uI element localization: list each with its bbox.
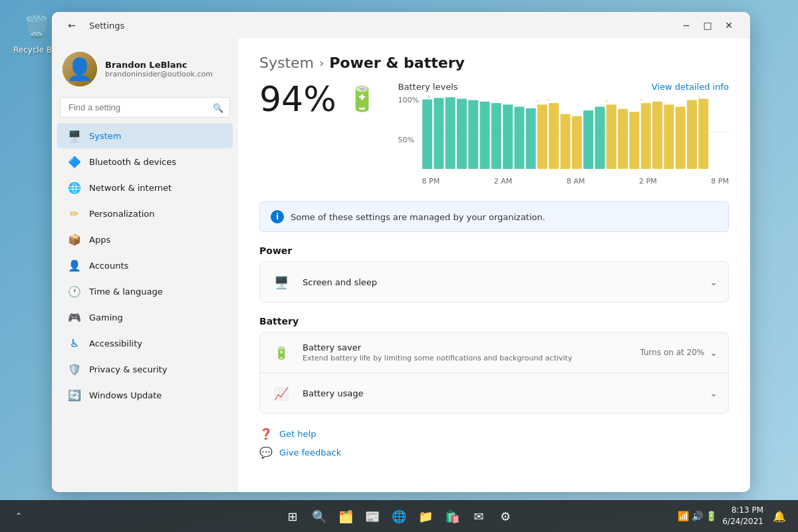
main-panel: System › Power & battery 94% 🔋 bbox=[238, 39, 750, 492]
battery-saver-subtitle: Extend battery life by limiting some not… bbox=[303, 354, 629, 362]
svg-rect-25 bbox=[698, 98, 708, 169]
taskbar-time: 8:13 PM bbox=[722, 505, 763, 516]
sidebar-item-accounts[interactable]: 👤 Accounts bbox=[57, 253, 233, 278]
search-button[interactable]: 🔍 bbox=[309, 505, 330, 527]
recycle-bin-icon: 🗑️ bbox=[21, 11, 53, 43]
svg-rect-23 bbox=[675, 107, 685, 170]
screen-sleep-item[interactable]: 🖥️ Screen and sleep ⌄ bbox=[260, 262, 728, 302]
close-button[interactable]: ✕ bbox=[718, 15, 739, 36]
avatar-image bbox=[63, 52, 97, 86]
get-help-link[interactable]: ❓ Get help bbox=[259, 427, 729, 440]
svg-text:⚡: ⚡ bbox=[546, 97, 550, 103]
svg-rect-8 bbox=[503, 104, 513, 169]
svg-rect-6 bbox=[479, 102, 489, 169]
svg-text:⚡: ⚡ bbox=[697, 96, 701, 99]
search-icon: 🔍 bbox=[213, 102, 223, 112]
svg-rect-2 bbox=[434, 98, 444, 169]
breadcrumb-system: System bbox=[259, 55, 314, 71]
task-view-icon: 🗂️ bbox=[338, 509, 353, 523]
give-feedback-label: Give feedback bbox=[279, 448, 341, 458]
task-view-button[interactable]: 🗂️ bbox=[335, 505, 356, 527]
user-name: Brandon LeBlanc bbox=[105, 60, 227, 70]
svg-rect-9 bbox=[514, 107, 524, 170]
svg-rect-18 bbox=[618, 109, 628, 169]
chart-x-label-3: 2 PM bbox=[639, 177, 657, 186]
battery-usage-item[interactable]: 📈 Battery usage ⌄ bbox=[260, 373, 728, 413]
sidebar-item-system[interactable]: 🖥️ System bbox=[57, 123, 233, 148]
info-banner: i Some of these settings are managed by … bbox=[259, 201, 729, 232]
maximize-button[interactable]: □ bbox=[697, 15, 718, 36]
give-feedback-link[interactable]: 💬 Give feedback bbox=[259, 446, 729, 459]
sidebar-item-network[interactable]: 🌐 Network & internet bbox=[57, 175, 233, 200]
svg-rect-5 bbox=[468, 100, 478, 169]
store-button[interactable]: 🛍️ bbox=[442, 505, 463, 527]
start-button[interactable]: ⊞ bbox=[282, 505, 303, 527]
svg-rect-13 bbox=[560, 114, 570, 170]
window-title: Settings bbox=[89, 21, 124, 31]
user-email: brandoninsider@outlook.com bbox=[105, 70, 227, 78]
taskbar-left: ⌃ bbox=[8, 505, 29, 527]
battery-percent-area: 94% 🔋 bbox=[259, 82, 377, 116]
widgets-button[interactable]: 📰 bbox=[362, 505, 383, 527]
battery-usage-title: Battery usage bbox=[303, 388, 699, 398]
battery-saver-right: Turns on at 20% ⌄ bbox=[640, 347, 718, 358]
battery-chart-container: Battery levels View detailed info 100% 5… bbox=[398, 82, 729, 186]
edge-icon: 🌐 bbox=[392, 509, 406, 523]
user-profile[interactable]: Brandon LeBlanc brandoninsider@outlook.c… bbox=[52, 44, 238, 97]
svg-rect-19 bbox=[629, 112, 639, 169]
chart-x-labels: 8 PM 2 AM 8 AM 2 PM 8 PM bbox=[398, 177, 729, 186]
sidebar-item-personalization[interactable]: ✏️ Personalization bbox=[57, 201, 233, 226]
sidebar-item-gaming[interactable]: 🎮 Gaming bbox=[57, 305, 233, 330]
screen-sleep-text: Screen and sleep bbox=[303, 277, 699, 287]
svg-rect-10 bbox=[525, 108, 535, 169]
svg-rect-11 bbox=[537, 104, 547, 169]
svg-rect-4 bbox=[456, 98, 466, 169]
notification-icon: 🔔 bbox=[773, 510, 786, 523]
view-detailed-info-link[interactable]: View detailed info bbox=[652, 82, 729, 92]
battery-usage-right: ⌄ bbox=[710, 388, 718, 398]
battery-saver-item[interactable]: 🔋 Battery saver Extend battery life by l… bbox=[260, 332, 728, 373]
mail-button[interactable]: ✉️ bbox=[468, 505, 489, 527]
sidebar-item-privacy[interactable]: 🛡️ Privacy & security bbox=[57, 356, 233, 382]
sidebar-item-update[interactable]: 🔄 Windows Update bbox=[57, 382, 233, 408]
battery-taskbar-icon: 🔋 bbox=[706, 511, 717, 521]
back-button[interactable]: ← bbox=[63, 16, 81, 35]
sidebar-item-apps[interactable]: 📦 Apps bbox=[57, 227, 233, 252]
svg-text:⚡: ⚡ bbox=[426, 96, 430, 100]
power-settings-group: 🖥️ Screen and sleep ⌄ bbox=[259, 261, 729, 303]
show-hidden-icons-button[interactable]: ⌃ bbox=[8, 505, 29, 527]
update-icon: 🔄 bbox=[68, 388, 81, 402]
search-box: 🔍 bbox=[60, 97, 230, 118]
sidebar-item-accessibility[interactable]: ♿ Accessibility bbox=[57, 331, 233, 356]
svg-rect-14 bbox=[572, 116, 582, 169]
volume-icon: 🔊 bbox=[692, 511, 703, 521]
system-tray-icons: 📶 🔊 🔋 bbox=[678, 511, 717, 521]
breadcrumb-current: Power & battery bbox=[329, 55, 465, 71]
mail-icon: ✉️ bbox=[473, 509, 483, 523]
explorer-button[interactable]: 📁 bbox=[415, 505, 436, 527]
avatar bbox=[63, 52, 97, 86]
privacy-icon: 🛡️ bbox=[68, 362, 81, 376]
sidebar-item-bluetooth[interactable]: 🔷 Bluetooth & devices bbox=[57, 149, 233, 174]
battery-saver-title: Battery saver bbox=[303, 342, 629, 352]
breadcrumb: System › Power & battery bbox=[259, 55, 729, 71]
sidebar-item-label-gaming: Gaming bbox=[89, 313, 123, 323]
notification-button[interactable]: 🔔 bbox=[769, 505, 790, 527]
sidebar-item-label-bluetooth: Bluetooth & devices bbox=[89, 157, 176, 167]
svg-rect-7 bbox=[491, 103, 501, 169]
sidebar-item-time[interactable]: 🕐 Time & language bbox=[57, 279, 233, 304]
accounts-icon: 👤 bbox=[68, 259, 81, 272]
get-help-label: Get help bbox=[279, 429, 316, 439]
edge-button[interactable]: 🌐 bbox=[388, 505, 410, 527]
svg-rect-16 bbox=[595, 107, 604, 170]
chart-y-label-100: 100% bbox=[398, 96, 419, 104]
sidebar-item-label-personalization: Personalization bbox=[89, 209, 155, 219]
back-icon: ← bbox=[68, 20, 76, 31]
gaming-icon: 🎮 bbox=[68, 311, 81, 324]
battery-usage-chevron: ⌄ bbox=[710, 388, 718, 398]
taskbar-clock[interactable]: 8:13 PM 6/24/2021 bbox=[722, 505, 763, 527]
settings-button[interactable]: ⚙️ bbox=[495, 505, 516, 527]
search-input[interactable] bbox=[60, 97, 230, 118]
svg-rect-17 bbox=[606, 104, 616, 169]
minimize-button[interactable]: − bbox=[676, 15, 697, 36]
